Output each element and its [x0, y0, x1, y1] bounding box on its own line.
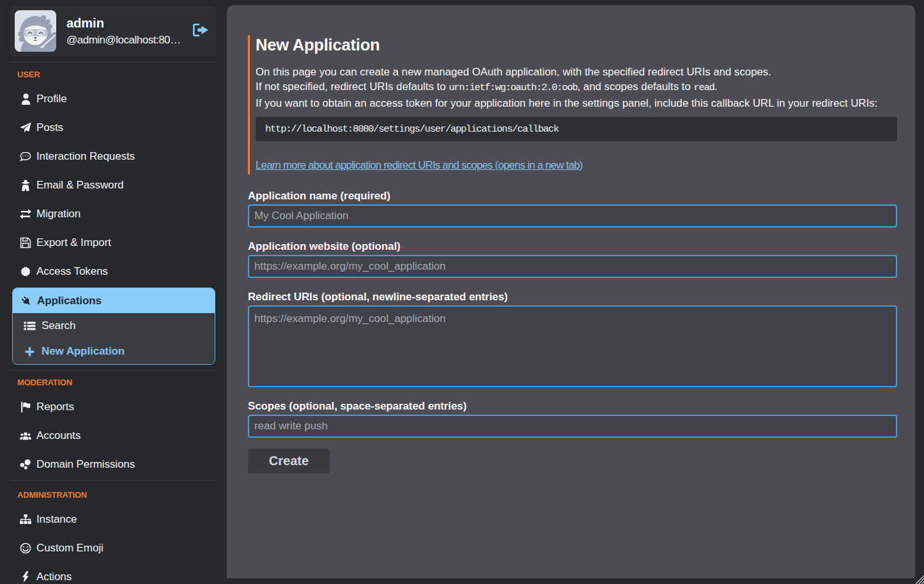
sidebar-item-label: New Application — [42, 345, 125, 358]
form-field-redirect-uris: Redirect URIs (optional, newline-separat… — [248, 290, 897, 387]
sidebar-item-accounts[interactable]: Accounts — [12, 423, 215, 449]
username: admin — [66, 15, 193, 31]
sidebar-item-custom-emoji[interactable]: Custom Emoji — [12, 535, 215, 561]
comment-dots-icon — [20, 151, 31, 162]
exchange-arrows-icon — [20, 208, 31, 220]
divider — [10, 62, 217, 63]
page-description: On this page you can create a new manage… — [256, 65, 897, 111]
sidebar-item-label: Email & Password — [36, 179, 123, 192]
application-name-input[interactable] — [248, 204, 897, 227]
sidebar-item-label: Domain Permissions — [36, 458, 135, 471]
sidebar-item-label: Profile — [36, 93, 67, 105]
plus-icon — [24, 346, 36, 357]
user-icon — [20, 93, 31, 105]
sidebar-item-applications[interactable]: Applications — [13, 288, 215, 313]
form-field-name: Application name (required) — [248, 189, 897, 227]
sitemap-icon — [20, 514, 31, 525]
smiley-icon — [20, 542, 31, 554]
application-name-label: Application name (required) — [248, 189, 897, 203]
sidebar-item-email-password[interactable]: Email & Password — [12, 173, 215, 198]
redirect-uris-textarea[interactable] — [248, 305, 897, 387]
plug-icon — [20, 295, 32, 307]
create-button[interactable]: Create — [248, 449, 330, 473]
sidebar-group-applications: Applications Search — [12, 288, 215, 365]
content-panel: New Application On this page you can cre… — [227, 5, 915, 578]
sidebar-item-label: Export & Import — [36, 236, 111, 249]
applications-submenu: Search New Application — [13, 313, 215, 364]
avatar — [15, 10, 56, 52]
application-website-input[interactable] — [248, 255, 897, 278]
sidebar-item-migration[interactable]: Migration — [12, 201, 215, 227]
description-line1: On this page you can create a new manage… — [256, 66, 771, 78]
sidebar-section-administration: ADMINISTRATION — [17, 489, 217, 502]
description-line3: If you want to obtain an access token fo… — [256, 97, 877, 109]
sidebar-item-applications-new[interactable]: New Application — [13, 339, 215, 364]
sidebar-item-label: Custom Emoji — [36, 542, 104, 555]
hub-circles-icon — [20, 459, 31, 470]
list-icon — [24, 320, 36, 332]
learn-more-link[interactable]: Learn more about application redirect UR… — [256, 159, 583, 171]
user-secret-icon — [20, 180, 31, 191]
sidebar-item-label: Search — [42, 319, 75, 332]
sidebar-item-profile[interactable]: Profile — [12, 86, 215, 112]
sidebar-item-label: Reports — [36, 401, 74, 413]
main-area: New Application On this page you can cre… — [227, 0, 924, 584]
bolt-icon — [20, 571, 31, 583]
sidebar-item-applications-search[interactable]: Search — [13, 313, 215, 339]
sidebar-item-label: Actions — [36, 571, 72, 583]
divider — [10, 370, 217, 371]
settings-app: admin @admin@localhost:80… USER Profile — [0, 0, 924, 584]
sidebar-item-access-tokens[interactable]: Access Tokens — [12, 259, 215, 284]
new-application-form: Application name (required) Application … — [248, 189, 897, 473]
paper-plane-icon — [20, 122, 31, 134]
form-field-website: Application website (optional) — [248, 240, 897, 278]
certificate-icon — [20, 266, 31, 277]
form-field-scopes: Scopes (optional, space-separated entrie… — [248, 399, 897, 438]
about-section: New Application On this page you can cre… — [248, 35, 897, 174]
sidebar-item-label: Instance — [36, 513, 77, 526]
sidebar-item-export-import[interactable]: Export & Import — [12, 230, 215, 256]
application-website-label: Application website (optional) — [248, 240, 897, 253]
sidebar-item-label: Applications — [37, 295, 102, 307]
floppy-disk-icon — [20, 237, 31, 249]
resize-grip-icon[interactable] — [915, 575, 924, 584]
sidebar-item-label: Accounts — [36, 429, 81, 442]
divider — [10, 480, 217, 481]
description-line2: If not specified, redirect URIs defaults… — [256, 81, 449, 93]
sidebar: admin @admin@localhost:80… USER Profile — [0, 0, 227, 584]
page-title: New Application — [256, 35, 897, 55]
callback-url: http://localhost:8080/settings/user/appl… — [265, 123, 558, 135]
flag-icon — [20, 401, 31, 413]
scopes-label: Scopes (optional, space-separated entrie… — [248, 399, 897, 413]
user-handle: @admin@localhost:80… — [66, 33, 193, 47]
sidebar-section-moderation: MODERATION — [17, 376, 217, 389]
user-card[interactable]: admin @admin@localhost:80… — [10, 6, 217, 56]
sidebar-item-label: Posts — [36, 121, 63, 134]
user-meta: admin @admin@localhost:80… — [66, 15, 193, 47]
sidebar-item-label: Interaction Requests — [36, 150, 135, 163]
users-icon — [20, 430, 31, 442]
scopes-input[interactable] — [248, 415, 897, 438]
description-line2-post: . — [714, 81, 718, 93]
sidebar-item-interaction-requests[interactable]: Interaction Requests — [12, 144, 215, 169]
sign-out-icon[interactable] — [193, 24, 208, 38]
sidebar-section-user: USER — [17, 68, 217, 81]
read-code: read — [693, 82, 714, 93]
learn-more-line: Learn more about application redirect UR… — [256, 158, 897, 173]
sidebar-item-actions[interactable]: Actions — [12, 564, 215, 584]
sidebar-item-instance[interactable]: Instance — [12, 507, 215, 532]
callback-url-block: http://localhost:8080/settings/user/appl… — [256, 117, 897, 141]
sidebar-item-label: Migration — [36, 208, 81, 220]
sidebar-item-posts[interactable]: Posts — [12, 115, 215, 141]
oob-code: urn:ietf:wg:oauth:2.0:oob — [449, 82, 577, 93]
redirect-uris-label: Redirect URIs (optional, newline-separat… — [248, 290, 897, 304]
sidebar-item-reports[interactable]: Reports — [12, 394, 215, 420]
sidebar-item-label: Access Tokens — [36, 265, 108, 278]
description-line2-mid: , and scopes defaults to — [578, 81, 694, 93]
sidebar-item-domain-permissions[interactable]: Domain Permissions — [12, 452, 215, 477]
